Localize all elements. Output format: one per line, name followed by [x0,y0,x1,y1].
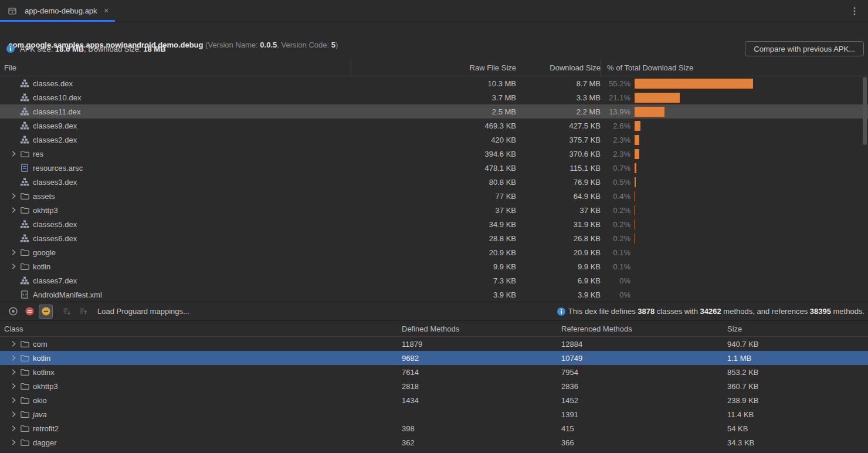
defined-methods: 362 [402,438,561,447]
chevron-right-icon[interactable] [9,163,20,173]
file-table-row[interactable]: classes6.dex 28.8 KB 26.8 KB 0.2% [0,231,868,245]
class-table-row[interactable]: com 11879 12884 940.7 KB [0,337,868,351]
collapse-all-icon[interactable] [76,305,90,319]
file-name: classes6.dex [33,234,77,243]
folder-icon [20,353,29,363]
tab-apk-analyzer[interactable]: app-demo-debug.apk ✕ [0,0,115,22]
raw-file-size: 2.5 MB [351,107,516,116]
chevron-right-icon[interactable] [9,290,20,299]
file-table-row[interactable]: AndroidManifest.xml 3.9 KB 3.9 KB 0% [0,288,868,302]
chevron-right-icon[interactable] [9,234,20,243]
file-name: resources.arsc [33,164,83,173]
chevron-right-icon[interactable] [9,177,20,187]
file-table-row[interactable]: classes9.dex 469.3 KB 427.5 KB 2.6% [0,119,868,133]
file-name: classes11.dex [33,107,80,116]
file-table-row[interactable]: assets 77 KB 64.9 KB 0.4% [0,189,868,203]
file-table-row[interactable]: classes5.dex 34.9 KB 31.9 KB 0.2% [0,217,868,231]
file-table-row[interactable]: google 20.9 KB 20.9 KB 0.1% [0,245,868,259]
chevron-right-icon[interactable] [9,107,20,116]
chevron-right-icon[interactable] [9,93,20,102]
defined-methods: 9682 [402,354,561,363]
column-header-percent-of-total[interactable]: % of Total Download Size [601,60,868,76]
chevron-right-icon[interactable] [9,381,20,391]
chevron-right-icon[interactable] [9,339,20,349]
column-header-file[interactable]: File [0,60,351,76]
show-removed-nodes-filter-icon[interactable] [22,305,36,319]
chevron-right-icon[interactable] [9,191,20,201]
download-size: 26.8 KB [516,234,601,243]
file-table-row[interactable]: classes.dex 10.3 MB 8.7 MB 55.2% [0,76,868,90]
defined-methods: 1434 [402,396,561,405]
chevron-right-icon[interactable] [9,79,20,88]
file-table-row[interactable]: classes3.dex 80.8 KB 76.9 KB 0.5% [0,175,868,189]
download-size: 9.9 KB [516,262,601,271]
class-table-row[interactable]: java 1391 11.4 KB [0,407,868,421]
compare-apk-button[interactable]: Compare with previous APK... [745,41,864,56]
class-table-row[interactable]: okio 1434 1452 238.9 KB [0,393,868,407]
column-header-size[interactable]: Size [727,324,868,333]
file-table-row[interactable]: resources.arsc 478.1 KB 115.1 KB 0.7% [0,161,868,175]
dex-icon [20,93,29,102]
chevron-right-icon[interactable] [9,410,20,419]
download-percent: 21.1% [601,93,635,102]
raw-file-size: 34.9 KB [351,220,516,229]
load-proguard-mappings-button[interactable]: Load Proguard mappings... [97,307,189,316]
overflow-menu-icon[interactable]: ⋮ [841,5,868,16]
folder-icon [20,438,29,447]
close-icon[interactable]: ✕ [104,7,109,15]
apk-size-value: 18.6 MB [55,45,84,53]
file-table-row[interactable]: okhttp3 37 KB 37 KB 0.2% [0,203,868,217]
column-header-defined-methods[interactable]: Defined Methods [402,324,561,333]
column-header-referenced-methods[interactable]: Referenced Methods [561,324,727,333]
folder-icon [20,410,29,419]
column-header-download-size[interactable]: Download Size [516,60,601,76]
download-percent: 0.1% [601,262,635,271]
classes-count: 3878 [638,307,655,316]
referenced-methods: 2836 [561,382,727,391]
raw-file-size: 3.9 KB [351,290,516,299]
file-table-body: classes.dex 10.3 MB 8.7 MB 55.2% classes… [0,76,868,302]
chevron-right-icon[interactable] [9,353,20,363]
chevron-right-icon[interactable] [9,367,20,377]
download-size-bar [635,79,753,89]
raw-file-size: 28.8 KB [351,234,516,243]
class-table-row[interactable]: kotlin 9682 10749 1.1 MB [0,351,868,365]
referenced-methods: 1391 [561,410,727,419]
column-header-class[interactable]: Class [0,324,402,333]
show-fields-filter-icon[interactable] [6,305,20,319]
class-table-row[interactable]: retrofit2 398 415 54 KB [0,421,868,435]
file-table-row[interactable]: classes11.dex 2.5 MB 2.2 MB 13.9% [0,104,868,119]
file-table-row[interactable]: classes10.dex 3.7 MB 3.3 MB 21.1% [0,90,868,104]
chevron-right-icon[interactable] [9,424,20,433]
raw-file-size: 420 KB [351,136,516,144]
file-table-row[interactable]: classes7.dex 7.3 KB 6.9 KB 0% [0,273,868,288]
chevron-right-icon[interactable] [9,438,20,447]
chevron-right-icon[interactable] [9,395,20,405]
chevron-right-icon[interactable] [9,248,20,257]
class-table-row[interactable]: okhttp3 2818 2836 360.7 KB [0,379,868,393]
raw-file-size: 80.8 KB [351,178,516,187]
download-size: 370.6 KB [516,150,601,158]
show-referenced-nodes-filter-icon[interactable] [39,305,53,319]
file-table-row[interactable]: res 394.6 KB 370.6 KB 2.3% [0,147,868,161]
chevron-right-icon[interactable] [9,276,20,285]
chevron-right-icon[interactable] [9,205,20,215]
download-size-bar [635,191,635,201]
file-table-row[interactable]: kotlin 9.9 KB 9.9 KB 0.1% [0,259,868,273]
download-size: 20.9 KB [516,248,601,257]
vertical-scrollbar[interactable] [863,77,867,145]
chevron-right-icon[interactable] [9,149,20,158]
class-table-row[interactable]: dagger 362 366 34.3 KB [0,435,868,449]
download-percent: 0.1% [601,248,635,257]
chevron-right-icon[interactable] [9,262,20,271]
folder-icon [20,262,29,271]
folder-icon [20,381,29,391]
column-header-raw-file-size[interactable]: Raw File Size [351,60,516,76]
chevron-right-icon[interactable] [9,121,20,130]
file-table-row[interactable]: classes2.dex 420 KB 375.7 KB 2.3% [0,133,868,147]
class-size: 238.9 KB [727,396,868,405]
expand-all-icon[interactable] [60,305,74,319]
chevron-right-icon[interactable] [9,219,20,229]
chevron-right-icon[interactable] [9,135,20,144]
class-table-row[interactable]: kotlinx 7614 7954 853.2 KB [0,365,868,379]
